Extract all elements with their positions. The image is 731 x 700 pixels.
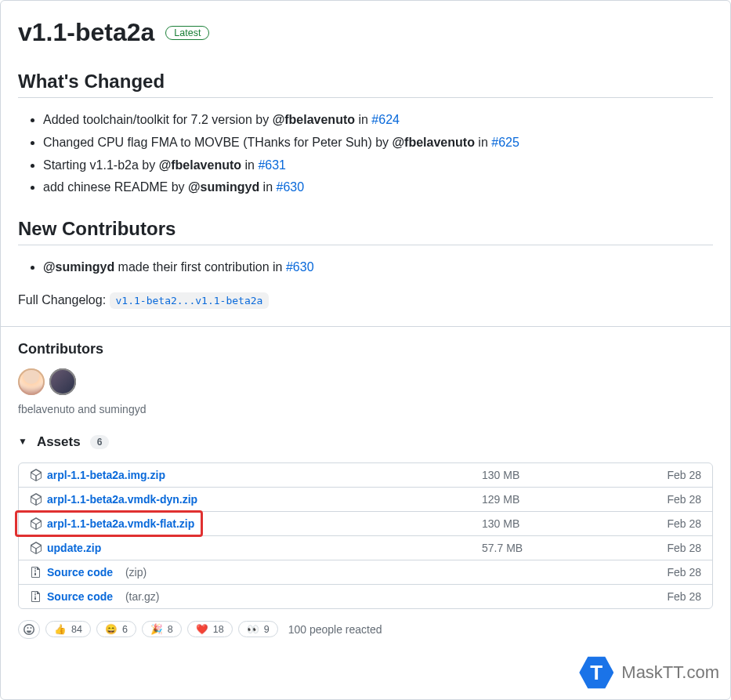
watermark-logo-icon: T — [579, 655, 613, 690]
hooray-icon: 🎉 — [150, 623, 163, 635]
pr-link[interactable]: #630 — [286, 260, 314, 274]
assets-toggle[interactable]: ▼ Assets 6 — [18, 434, 713, 450]
change-text: add chinese README by — [43, 180, 188, 194]
mention[interactable]: @fbelavenuto — [273, 113, 355, 126]
changelog-item: Starting v1.1-b2a by @fbelavenuto in #63… — [43, 154, 713, 177]
asset-row: arpl-1.1-beta2a.vmdk-flat.zip 130 MB Feb… — [19, 511, 712, 535]
caret-down-icon: ▼ — [18, 436, 27, 447]
reaction-thumbs-up[interactable]: 👍84 — [45, 621, 91, 637]
assets-list: arpl-1.1-beta2a.img.zip 130 MB Feb 28 ar… — [18, 462, 713, 609]
asset-date: Feb 28 — [654, 566, 701, 578]
change-text: Added toolchain/toolkit for 7.2 version … — [43, 113, 273, 126]
contributor-names: fbelavenuto and sumingyd — [18, 403, 713, 415]
avatar[interactable] — [18, 368, 45, 395]
pr-link[interactable]: #624 — [371, 113, 400, 126]
release-header: v1.1-beta2a Latest — [18, 18, 713, 47]
change-text: Changed CPU flag FMA to MOVBE (THanks fo… — [43, 136, 393, 149]
reaction-count: 8 — [168, 624, 173, 635]
release-panel: v1.1-beta2a Latest What's Changed Added … — [0, 0, 731, 700]
package-icon — [30, 517, 42, 530]
zip-file-icon — [30, 590, 42, 603]
reaction-count: 9 — [264, 624, 270, 635]
package-icon — [30, 493, 42, 506]
asset-link[interactable]: arpl-1.1-beta2a.vmdk-dyn.zip — [30, 493, 197, 506]
changelog-item: add chinese README by @sumingyd in #630 — [43, 176, 713, 199]
divider — [1, 326, 730, 327]
asset-size: 129 MB — [482, 493, 654, 506]
contributors-heading: Contributors — [18, 341, 713, 357]
package-icon — [30, 469, 42, 481]
asset-filename: update.zip — [47, 542, 101, 554]
add-reaction-button[interactable] — [18, 620, 40, 639]
reactions-bar: 👍84 😄6 🎉8 ❤️18 👀9 100 people reacted — [18, 620, 713, 639]
asset-filename: Source code — [47, 590, 113, 603]
zip-file-icon — [30, 566, 42, 578]
reaction-count: 6 — [122, 624, 128, 635]
asset-suffix: (zip) — [125, 566, 147, 578]
asset-link[interactable]: update.zip — [30, 542, 101, 554]
asset-row: arpl-1.1-beta2a.img.zip 130 MB Feb 28 — [19, 463, 712, 487]
new-contributor-item: @sumingyd made their first contribution … — [43, 256, 713, 279]
asset-suffix: (tar.gz) — [125, 590, 160, 603]
smiley-plus-icon — [23, 623, 35, 636]
asset-date: Feb 28 — [654, 517, 701, 530]
asset-filename: Source code — [47, 566, 113, 578]
reaction-laugh[interactable]: 😄6 — [96, 621, 136, 637]
asset-row: Source code (tar.gz) Feb 28 — [19, 584, 712, 608]
avatar[interactable] — [49, 368, 76, 395]
assets-count-badge: 6 — [90, 435, 110, 449]
heart-icon: ❤️ — [196, 623, 208, 635]
whats-changed-heading: What's Changed — [18, 71, 713, 98]
mention[interactable]: @sumingyd — [188, 180, 259, 194]
asset-row: Source code (zip) Feb 28 — [19, 560, 712, 584]
contrib-rest: made their first contribution in — [114, 260, 286, 274]
full-changelog-label: Full Changelog: — [18, 293, 110, 306]
asset-link[interactable]: arpl-1.1-beta2a.img.zip — [30, 469, 165, 481]
release-title: v1.1-beta2a — [18, 18, 154, 47]
watermark: T MaskTT.com — [579, 655, 719, 690]
mention[interactable]: @sumingyd — [43, 260, 114, 274]
thumbs-up-icon: 👍 — [54, 623, 67, 635]
reaction-count: 18 — [213, 624, 224, 635]
reaction-heart[interactable]: ❤️18 — [187, 621, 233, 637]
new-contributors-heading: New Contributors — [18, 218, 713, 245]
asset-link[interactable]: Source code (zip) — [30, 566, 147, 578]
asset-filename: arpl-1.1-beta2a.img.zip — [47, 469, 165, 481]
asset-size: 130 MB — [482, 517, 654, 530]
avatar-stack — [18, 368, 713, 395]
assets-heading: Assets — [37, 434, 81, 450]
mention[interactable]: @fbelavenuto — [159, 158, 241, 172]
asset-date: Feb 28 — [654, 590, 701, 603]
asset-filename: arpl-1.1-beta2a.vmdk-flat.zip — [47, 517, 194, 530]
full-changelog-row: Full Changelog: v1.1-beta2...v1.1-beta2a — [18, 293, 713, 307]
contributors-section: Contributors fbelavenuto and sumingyd — [18, 341, 713, 415]
mention[interactable]: @fbelavenuto — [393, 136, 475, 149]
pr-link[interactable]: #631 — [258, 158, 286, 172]
change-mid: in — [475, 136, 491, 149]
changelog-item: Changed CPU flag FMA to MOVBE (THanks fo… — [43, 132, 713, 154]
asset-filename: arpl-1.1-beta2a.vmdk-dyn.zip — [47, 493, 197, 506]
laugh-icon: 😄 — [105, 623, 118, 635]
eyes-icon: 👀 — [247, 623, 259, 635]
latest-badge: Latest — [165, 26, 209, 40]
changelog-item: Added toolchain/toolkit for 7.2 version … — [43, 109, 713, 132]
package-icon — [30, 542, 42, 554]
reaction-count: 84 — [71, 624, 82, 635]
change-mid: in — [259, 180, 276, 194]
change-mid: in — [241, 158, 258, 172]
reaction-eyes[interactable]: 👀9 — [238, 621, 278, 637]
pr-link[interactable]: #630 — [277, 180, 305, 194]
asset-row: arpl-1.1-beta2a.vmdk-dyn.zip 129 MB Feb … — [19, 487, 712, 511]
asset-size: 57.7 MB — [482, 542, 654, 554]
change-mid: in — [355, 113, 371, 126]
changelog-compare-link[interactable]: v1.1-beta2...v1.1-beta2a — [110, 292, 270, 309]
asset-link[interactable]: Source code (tar.gz) — [30, 590, 160, 603]
new-contributors-list: @sumingyd made their first contribution … — [18, 256, 713, 279]
asset-date: Feb 28 — [654, 493, 701, 506]
asset-row: update.zip 57.7 MB Feb 28 — [19, 535, 712, 560]
reaction-hooray[interactable]: 🎉8 — [142, 621, 182, 637]
watermark-text: MaskTT.com — [621, 662, 719, 683]
change-text: Starting v1.1-b2a by — [43, 158, 159, 172]
pr-link[interactable]: #625 — [491, 136, 519, 149]
asset-link[interactable]: arpl-1.1-beta2a.vmdk-flat.zip — [30, 517, 194, 530]
